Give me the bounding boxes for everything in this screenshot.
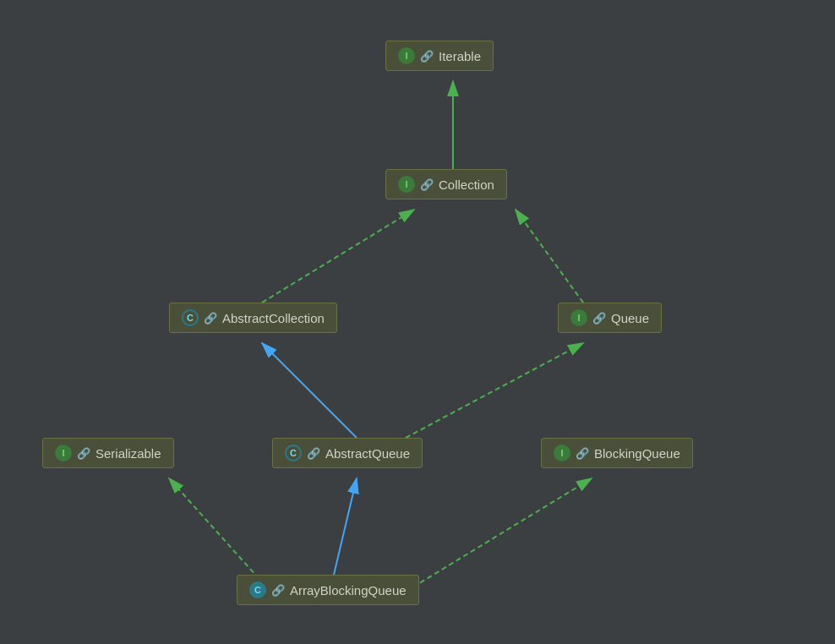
node-serializable[interactable]: I 🔗 Serializable bbox=[42, 438, 174, 468]
label-iterable: Iterable bbox=[439, 49, 481, 63]
arrows-layer bbox=[0, 0, 835, 644]
node-abstract-queue[interactable]: C 🔗 AbstractQueue bbox=[272, 438, 423, 468]
svg-line-4 bbox=[262, 210, 414, 303]
class-diagram: I 🔗 Iterable I 🔗 Collection C 🔗 Abstract… bbox=[0, 0, 835, 644]
link-icon-iterable: 🔗 bbox=[420, 50, 434, 63]
node-collection[interactable]: I 🔗 Collection bbox=[385, 169, 507, 199]
badge-queue: I bbox=[570, 309, 587, 326]
label-abstract-queue: AbstractQueue bbox=[325, 446, 410, 461]
node-abstract-collection[interactable]: C 🔗 AbstractCollection bbox=[169, 303, 337, 333]
label-queue: Queue bbox=[611, 311, 649, 325]
node-queue[interactable]: I 🔗 Queue bbox=[558, 303, 662, 333]
link-icon-queue: 🔗 bbox=[592, 312, 606, 325]
link-icon-array-blocking-queue: 🔗 bbox=[271, 584, 285, 597]
label-abstract-collection: AbstractCollection bbox=[222, 311, 325, 325]
svg-line-5 bbox=[516, 210, 583, 303]
node-array-blocking-queue[interactable]: C 🔗 ArrayBlockingQueue bbox=[237, 575, 419, 605]
badge-abstract-queue: C bbox=[285, 445, 302, 461]
badge-serializable: I bbox=[55, 445, 72, 461]
label-blocking-queue: BlockingQueue bbox=[594, 446, 680, 461]
label-collection: Collection bbox=[439, 177, 494, 192]
badge-collection: I bbox=[398, 176, 415, 193]
svg-line-10 bbox=[406, 478, 592, 592]
badge-iterable: I bbox=[398, 47, 415, 64]
svg-line-8 bbox=[334, 478, 357, 575]
badge-blocking-queue: I bbox=[554, 445, 570, 461]
node-blocking-queue[interactable]: I 🔗 BlockingQueue bbox=[541, 438, 693, 468]
link-icon-abstract-queue: 🔗 bbox=[307, 447, 320, 460]
node-iterable[interactable]: I 🔗 Iterable bbox=[385, 41, 494, 71]
svg-line-6 bbox=[262, 343, 357, 438]
badge-abstract-collection: C bbox=[182, 309, 199, 326]
svg-line-7 bbox=[406, 343, 583, 438]
link-icon-serializable: 🔗 bbox=[77, 447, 90, 460]
badge-array-blocking-queue: C bbox=[249, 581, 266, 598]
link-icon-abstract-collection: 🔗 bbox=[204, 312, 217, 325]
link-icon-blocking-queue: 🔗 bbox=[576, 447, 589, 460]
label-array-blocking-queue: ArrayBlockingQueue bbox=[290, 583, 407, 598]
link-icon-collection: 🔗 bbox=[420, 178, 434, 191]
label-serializable: Serializable bbox=[96, 446, 161, 461]
